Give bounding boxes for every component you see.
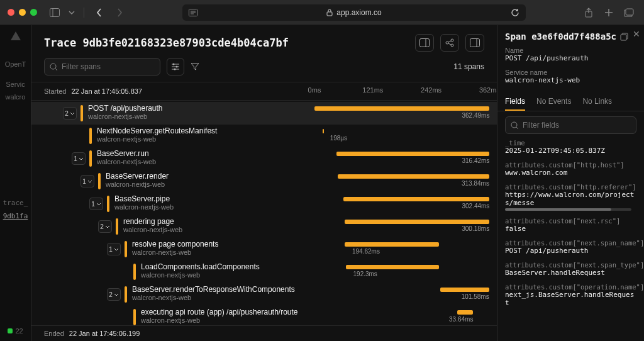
fields-filter-input[interactable] <box>505 116 636 134</box>
open-panel-button[interactable] <box>465 34 484 52</box>
tabs-overview-icon[interactable] <box>621 5 636 20</box>
app-left-gutter: OpenT Servic walcro trace_ 9db1fa 22 <box>0 25 31 341</box>
duration-bar <box>457 310 474 315</box>
field-value: BaseServer.handleRequest <box>505 269 636 277</box>
detail-tab[interactable]: No Events <box>536 93 571 111</box>
nav-forward[interactable] <box>112 5 127 20</box>
span-row[interactable]: 1BaseServer.renderwalcron-nextjs-web313.… <box>31 170 497 193</box>
duration-label: 33.64ms <box>449 316 473 323</box>
new-tab-icon[interactable] <box>601 5 616 20</box>
panel-toggle-button[interactable] <box>415 34 434 52</box>
window-minimize[interactable] <box>19 9 26 16</box>
detail-tabs: FieldsNo EventsNo Links <box>497 93 644 111</box>
nav-back[interactable] <box>92 5 107 20</box>
span-row[interactable]: 2POST /api/pusherauthwalcron-nextjs-web3… <box>31 102 497 125</box>
lock-icon <box>326 9 333 16</box>
span-name: BaseServer.renderToResponseWithComponent… <box>132 285 295 294</box>
span-color-marker <box>125 286 127 303</box>
expand-button[interactable]: 2 <box>63 107 77 120</box>
url-bar[interactable]: app.axiom.co <box>182 4 526 21</box>
span-count: 11 spans <box>453 62 484 71</box>
sidebar-toggle-icon[interactable] <box>47 5 62 20</box>
copy-icon[interactable] <box>620 33 628 41</box>
span-service: walcron-nextjs-web <box>132 249 218 257</box>
field-item[interactable]: attributes.custom["operation.name"]next_… <box>505 283 636 307</box>
field-key: _time <box>505 139 636 147</box>
span-row[interactable]: 1BaseServer.pipewalcron-nextjs-web302.44… <box>31 193 497 215</box>
gutter-top-label: OpenT <box>5 60 26 68</box>
detail-name-label: Name <box>505 47 636 54</box>
search-icon <box>50 63 58 71</box>
filter-icon[interactable] <box>191 62 199 71</box>
detail-name-value: POST /api/pusherauth <box>505 54 636 62</box>
share-button[interactable] <box>440 34 459 52</box>
span-row[interactable]: executing api route (app) /api/pusheraut… <box>31 306 497 325</box>
span-color-marker <box>125 241 127 257</box>
expand-button[interactable]: 1 <box>107 243 121 255</box>
axiom-logo-icon[interactable] <box>9 30 23 44</box>
span-filter-field[interactable] <box>62 62 155 71</box>
browser-chrome: app.axiom.co <box>0 0 644 25</box>
share-icon[interactable] <box>581 5 596 20</box>
span-name: LoadComponents.loadComponents <box>141 262 260 271</box>
settings-list-button[interactable] <box>167 58 184 75</box>
svg-rect-11 <box>420 39 430 47</box>
span-row[interactable]: 2rendering pagewalcron-nextjs-web300.18m… <box>31 215 497 238</box>
duration-label: 316.42ms <box>462 157 489 164</box>
field-item[interactable]: attributes.custom["http.referer"]https:/… <box>505 183 636 211</box>
gutter-section-item: walcro <box>6 93 26 101</box>
field-item[interactable]: attributes.custom["next.span_name"]POST … <box>505 239 636 255</box>
svg-point-15 <box>451 44 453 47</box>
span-row[interactable]: 1BaseServer.runwalcron-nextjs-web316.42m… <box>31 147 497 170</box>
window-close[interactable] <box>8 9 14 16</box>
span-color-marker <box>107 196 109 212</box>
span-row[interactable]: 2BaseServer.renderToResponseWithComponen… <box>31 283 497 306</box>
time-tick: 0ms <box>308 86 321 94</box>
span-service: walcron-nextjs-web <box>114 203 174 211</box>
close-icon[interactable]: ✕ <box>633 29 640 39</box>
span-name: BaseServer.pipe <box>114 194 174 203</box>
svg-line-31 <box>516 127 518 129</box>
started-label: Started <box>44 87 66 95</box>
svg-point-20 <box>50 64 56 69</box>
duration-bar <box>323 129 324 133</box>
svg-point-13 <box>446 42 448 44</box>
search-icon <box>511 121 519 130</box>
svg-rect-6 <box>327 12 332 16</box>
span-filter-input[interactable] <box>44 58 160 75</box>
gutter-trace-id[interactable]: 9db1fa <box>3 212 28 220</box>
field-item[interactable]: _time2025-01-22T09:45:05.837Z <box>505 139 636 155</box>
duration-bar <box>345 220 490 224</box>
duration-label: 194.62ms <box>352 248 380 255</box>
expand-button[interactable]: 2 <box>107 288 121 301</box>
reload-icon[interactable] <box>511 8 519 17</box>
field-key: attributes.custom["next.span_type"] <box>505 261 636 269</box>
window-zoom[interactable] <box>30 9 37 16</box>
span-row[interactable]: 1resolve page componentswalcron-nextjs-w… <box>31 238 497 260</box>
span-service: walcron-nextjs-web <box>141 271 260 279</box>
expand-button[interactable]: 1 <box>80 175 94 187</box>
detail-tab[interactable]: Fields <box>505 93 525 111</box>
span-name: POST /api/pusherauth <box>88 104 163 113</box>
svg-point-27 <box>174 69 176 70</box>
overflow-scrollbar[interactable] <box>505 208 631 211</box>
expand-button[interactable]: 1 <box>89 198 103 210</box>
span-row[interactable]: LoadComponents.loadComponentswalcron-nex… <box>31 260 497 283</box>
span-name: NextNodeServer.getRoutesManifest <box>97 126 217 135</box>
expand-button[interactable]: 2 <box>98 220 112 233</box>
span-service: walcron-nextjs-web <box>106 181 169 189</box>
chevron-down-icon[interactable] <box>67 5 76 20</box>
expand-button[interactable]: 1 <box>72 152 86 165</box>
span-row[interactable]: NextNodeServer.getRoutesManifestwalcron-… <box>31 125 497 147</box>
field-item[interactable]: attributes.custom["next.rsc"]false <box>505 217 636 233</box>
ended-value: 22 Jan at 17:45:06.199 <box>69 330 140 337</box>
fields-filter-field[interactable] <box>523 121 631 130</box>
svg-rect-10 <box>626 9 633 15</box>
gutter-footer-num: 22 <box>15 327 23 335</box>
field-item[interactable]: attributes.custom["next.span_type"]BaseS… <box>505 261 636 277</box>
timeline-footer: Ended 22 Jan at 17:45:06.199 <box>31 325 497 341</box>
field-key: attributes.custom["operation.name"] <box>505 283 636 291</box>
detail-tab[interactable]: No Links <box>582 93 612 111</box>
field-item[interactable]: attributes.custom["http.host"]www.walcro… <box>505 161 636 177</box>
svg-rect-0 <box>50 8 60 16</box>
